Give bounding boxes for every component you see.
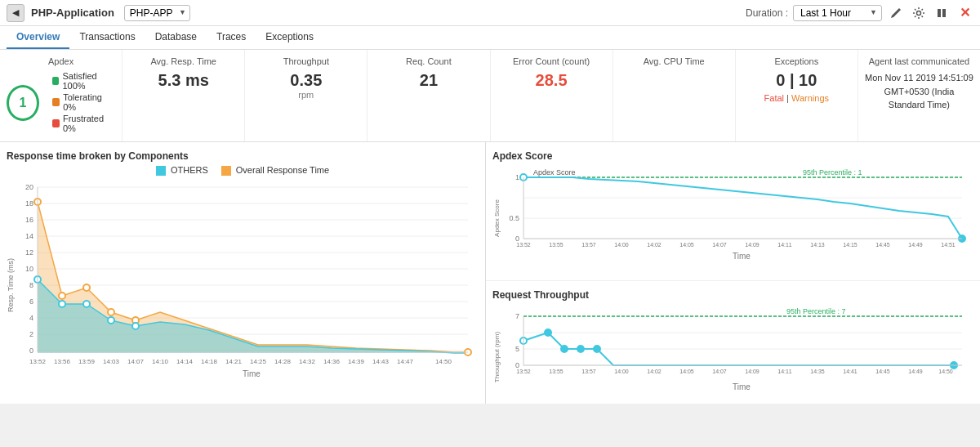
- svg-point-31: [108, 309, 114, 315]
- edit-button[interactable]: [887, 4, 905, 22]
- svg-text:7: 7: [515, 312, 519, 320]
- svg-text:5: 5: [515, 345, 519, 353]
- svg-text:14:09: 14:09: [745, 369, 760, 374]
- error-count-title: Error Count (count): [497, 56, 606, 66]
- svg-text:14:50: 14:50: [435, 358, 452, 365]
- svg-text:14:32: 14:32: [299, 358, 316, 365]
- apdex-title: Apdex: [7, 56, 115, 66]
- svg-text:14:18: 14:18: [201, 358, 218, 365]
- svg-text:13:57: 13:57: [581, 242, 596, 248]
- svg-text:13:57: 13:57: [581, 369, 596, 374]
- app-select[interactable]: PHP-APP: [124, 5, 190, 21]
- svg-text:14: 14: [25, 232, 33, 240]
- svg-text:Time: Time: [733, 252, 751, 261]
- svg-point-103: [594, 346, 600, 352]
- svg-text:0: 0: [29, 346, 33, 355]
- apdex-score-panel: Apdex Score Apdex Score 1 0.5 0 95th Per…: [486, 142, 980, 281]
- apdex-circle: 1: [7, 85, 39, 121]
- edit-icon: [890, 7, 902, 19]
- svg-text:14:07: 14:07: [712, 369, 727, 374]
- app-title: PHP-Application: [31, 7, 114, 19]
- settings-button[interactable]: [910, 4, 928, 22]
- svg-text:14:02: 14:02: [647, 242, 662, 248]
- resp-time-svg: Resp. Time (ms) 0 2 4 6 8 10 12 14 16 18…: [7, 179, 472, 387]
- throughput-svg: Throughput (rpm) 7 5 0 95th Percentile :…: [492, 304, 966, 404]
- warnings-link[interactable]: Warnings: [791, 93, 829, 103]
- response-time-chart: Response time broken by Components OTHER…: [0, 142, 486, 404]
- svg-text:95th Percentile : 1: 95th Percentile : 1: [803, 168, 862, 177]
- svg-text:14:50: 14:50: [938, 369, 953, 374]
- svg-point-36: [83, 301, 90, 307]
- tolerating-dot: [52, 98, 60, 106]
- tab-overview[interactable]: Overview: [7, 26, 69, 49]
- svg-text:13:56: 13:56: [54, 358, 71, 365]
- svg-text:10: 10: [25, 265, 33, 273]
- resp-chart-title: Response time broken by Components: [7, 150, 479, 162]
- svg-text:12: 12: [25, 248, 33, 257]
- svg-text:20: 20: [25, 183, 33, 191]
- svg-text:14:51: 14:51: [941, 242, 956, 248]
- agent-title: Agent last communicated: [865, 56, 973, 66]
- tab-exceptions[interactable]: Exceptions: [256, 26, 323, 49]
- throughput-chart-panel: Request Throughput Throughput (rpm) 7 5 …: [486, 281, 980, 404]
- svg-text:14:49: 14:49: [908, 369, 923, 374]
- svg-text:13:52: 13:52: [516, 242, 531, 248]
- metric-apdex: Apdex 1 Satisfied 100% Tolerating 0% Fru…: [0, 50, 122, 141]
- svg-marker-27: [38, 279, 468, 353]
- frustrated-legend: Frustrated 0%: [52, 114, 115, 133]
- svg-text:14:43: 14:43: [372, 358, 390, 365]
- tab-database[interactable]: Database: [145, 26, 207, 49]
- apdex-svg: Apdex Score 1 0.5 0 95th Percentile : 1: [492, 165, 966, 270]
- svg-text:14:07: 14:07: [127, 358, 145, 365]
- svg-point-101: [561, 346, 568, 352]
- svg-text:14:45: 14:45: [875, 242, 890, 248]
- svg-text:14:05: 14:05: [679, 369, 694, 374]
- svg-text:14:28: 14:28: [274, 358, 292, 365]
- svg-text:14:47: 14:47: [397, 358, 414, 365]
- duration-select[interactable]: Last 1 Hour Last 3 Hours Last 6 Hours La…: [793, 5, 882, 21]
- apdex-score-title: Apdex Score: [492, 150, 973, 162]
- svg-text:13:52: 13:52: [516, 369, 531, 374]
- right-charts: Apdex Score Apdex Score 1 0.5 0 95th Per…: [486, 142, 980, 404]
- metric-avg-resp: Avg. Resp. Time 5.3 ms: [122, 50, 245, 141]
- svg-text:13:55: 13:55: [549, 369, 564, 374]
- metric-agent: Agent last communicated Mon Nov 11 2019 …: [858, 50, 980, 141]
- svg-point-102: [577, 346, 584, 352]
- metric-throughput: Throughput 0.35 rpm: [245, 50, 368, 141]
- svg-text:Time: Time: [733, 382, 751, 391]
- svg-text:4: 4: [29, 314, 33, 322]
- throughput-unit: rpm: [252, 90, 360, 100]
- throughput-title: Throughput: [252, 56, 360, 66]
- back-button[interactable]: ◀: [7, 4, 24, 22]
- pause-button[interactable]: [933, 4, 951, 22]
- svg-text:Time: Time: [243, 369, 261, 378]
- svg-point-38: [132, 323, 139, 329]
- tab-traces[interactable]: Traces: [207, 26, 256, 49]
- tab-transactions[interactable]: Transactions: [69, 26, 145, 49]
- frustrated-dot: [52, 119, 60, 127]
- svg-text:0.5: 0.5: [509, 214, 519, 222]
- nav-tabs: Overview Transactions Database Traces Ex…: [0, 26, 980, 50]
- avg-cpu-title: Avg. CPU Time: [620, 56, 728, 66]
- svg-text:14:13: 14:13: [810, 242, 825, 248]
- svg-text:16: 16: [25, 216, 33, 224]
- close-button[interactable]: ✕: [956, 4, 973, 22]
- svg-text:14:14: 14:14: [176, 358, 194, 365]
- metric-avg-cpu: Avg. CPU Time: [613, 50, 736, 141]
- svg-text:8: 8: [29, 281, 33, 289]
- metric-req-count: Req. Count 21: [368, 50, 490, 141]
- req-count-title: Req. Count: [374, 56, 483, 66]
- fatal-link[interactable]: Fatal: [764, 93, 784, 103]
- svg-text:2: 2: [29, 330, 33, 338]
- svg-text:Throughput (rpm): Throughput (rpm): [493, 332, 501, 383]
- metric-error-count: Error Count (count) 28.5: [491, 50, 613, 141]
- svg-rect-2: [942, 9, 946, 17]
- svg-text:6: 6: [29, 297, 33, 306]
- metrics-row: Apdex 1 Satisfied 100% Tolerating 0% Fru…: [0, 50, 980, 142]
- resp-chart-legend: OTHERS Overall Response Time: [7, 165, 479, 176]
- svg-text:95th Percentile : 7: 95th Percentile : 7: [786, 307, 846, 315]
- svg-text:14:00: 14:00: [614, 369, 629, 374]
- svg-text:13:59: 13:59: [78, 358, 96, 365]
- svg-text:14:21: 14:21: [225, 358, 243, 365]
- top-bar: ◀ PHP-Application PHP-APP Duration : Las…: [0, 0, 980, 26]
